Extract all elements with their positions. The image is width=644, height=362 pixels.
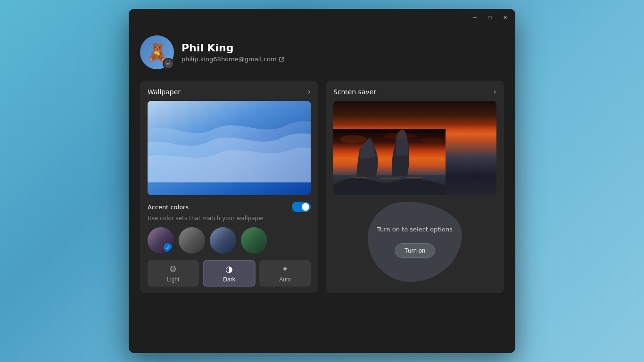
accent-title: Accent colors bbox=[148, 204, 189, 211]
swatch-selected-icon: ✓ bbox=[164, 243, 172, 252]
swatch-1[interactable]: ✓ bbox=[148, 227, 174, 254]
color-swatches: ✓ bbox=[148, 227, 311, 254]
minimize-button[interactable]: ─ bbox=[468, 13, 481, 22]
svg-point-7 bbox=[383, 132, 416, 139]
dark-mode-icon: ◑ bbox=[225, 264, 233, 274]
wallpaper-preview[interactable] bbox=[148, 101, 311, 195]
accent-colors-toggle[interactable] bbox=[292, 202, 311, 212]
theme-light-button[interactable]: ⚙ Light bbox=[148, 260, 199, 287]
svg-point-6 bbox=[340, 135, 366, 143]
avatar-edit-button[interactable]: ✏ bbox=[163, 58, 174, 69]
svg-rect-5 bbox=[406, 177, 422, 178]
profile-info: Phil King philip.king68home@gmail.com bbox=[182, 42, 284, 63]
theme-buttons: ⚙ Light ◑ Dark ✦ Auto bbox=[148, 260, 311, 287]
svg-rect-4 bbox=[380, 178, 399, 179]
swatch-4[interactable] bbox=[241, 227, 267, 254]
light-mode-icon: ⚙ bbox=[169, 264, 177, 274]
accent-subtitle: Use color sets that match your wallpaper bbox=[148, 215, 311, 222]
turn-on-button[interactable]: Turn on bbox=[395, 243, 435, 258]
avatar-wrapper: 🧸 ✏ bbox=[140, 35, 174, 69]
auto-mode-icon: ✦ bbox=[281, 264, 289, 274]
accent-colors-header: Accent colors bbox=[148, 202, 311, 212]
close-button[interactable]: ✕ bbox=[498, 13, 512, 22]
wallpaper-card: Wallpaper › bbox=[140, 81, 318, 293]
theme-dark-label: Dark bbox=[223, 276, 235, 283]
wallpaper-title: Wallpaper bbox=[148, 88, 181, 96]
external-link-icon bbox=[279, 57, 284, 62]
toggle-thumb bbox=[302, 203, 309, 211]
main-content: 🧸 ✏ Phil King philip.king68home@gmail.co… bbox=[129, 26, 515, 353]
turn-on-text: Turn on to select options bbox=[377, 226, 453, 233]
profile-section: 🧸 ✏ Phil King philip.king68home@gmail.co… bbox=[140, 35, 504, 69]
swatch-2[interactable] bbox=[179, 227, 205, 254]
screensaver-rocks-svg bbox=[333, 129, 446, 195]
profile-name: Phil King bbox=[182, 42, 284, 54]
screensaver-card-header: Screen saver › bbox=[326, 81, 504, 101]
theme-light-label: Light bbox=[167, 276, 179, 283]
maximize-button[interactable]: □ bbox=[483, 13, 496, 22]
wallpaper-chevron[interactable]: › bbox=[308, 87, 311, 96]
accent-colors-section: Accent colors Use color sets that match … bbox=[140, 202, 318, 293]
theme-dark-button[interactable]: ◑ Dark bbox=[203, 260, 256, 287]
screensaver-preview bbox=[333, 101, 496, 195]
screensaver-overlay-container: Turn on to select options Turn on bbox=[333, 202, 496, 282]
theme-auto-label: Auto bbox=[279, 276, 291, 283]
screensaver-chevron[interactable]: › bbox=[494, 87, 496, 96]
wallpaper-card-header: Wallpaper › bbox=[140, 81, 318, 101]
settings-window: ─ □ ✕ 🧸 ✏ Phil King philip.king68home@gm… bbox=[129, 9, 515, 353]
screensaver-card: Screen saver › bbox=[326, 81, 504, 293]
profile-email: philip.king68home@gmail.com bbox=[182, 56, 284, 63]
svg-point-8 bbox=[421, 138, 444, 143]
screensaver-title: Screen saver bbox=[333, 88, 376, 96]
cards-row: Wallpaper › bbox=[140, 81, 504, 293]
title-bar: ─ □ ✕ bbox=[129, 9, 515, 26]
svg-rect-3 bbox=[353, 177, 366, 178]
wallpaper-wave-svg bbox=[148, 101, 311, 182]
screensaver-overlay: Turn on to select options Turn on bbox=[368, 202, 462, 282]
theme-auto-button[interactable]: ✦ Auto bbox=[259, 260, 311, 287]
swatch-3[interactable] bbox=[210, 227, 236, 254]
